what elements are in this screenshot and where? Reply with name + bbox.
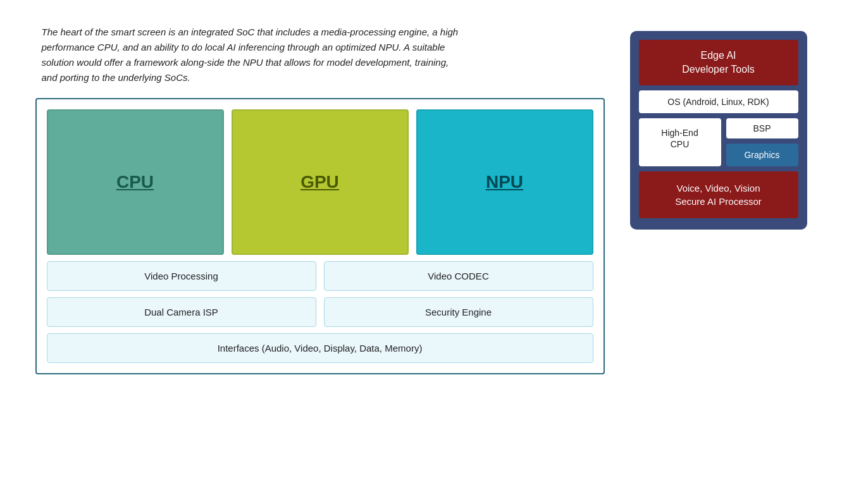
interfaces-row: Interfaces (Audio, Video, Display, Data,… bbox=[47, 333, 593, 363]
video-processing-box: Video Processing bbox=[47, 261, 316, 291]
bsp-box: BSP bbox=[726, 118, 798, 138]
gpu-box: GPU bbox=[232, 109, 409, 255]
soc-stack: Edge AI Developer Tools OS (Android, Lin… bbox=[630, 31, 807, 230]
description-text: The heart of the smart screen is an inte… bbox=[35, 25, 466, 85]
cpu-box: CPU bbox=[47, 109, 224, 255]
dual-camera-isp-box: Dual Camera ISP bbox=[47, 297, 316, 327]
high-end-cpu-box: High-End CPU bbox=[639, 118, 721, 166]
bsp-graphics-column: BSP Graphics bbox=[726, 118, 798, 166]
cpu-bsp-row: High-End CPU BSP Graphics bbox=[639, 118, 798, 166]
right-section: Edge AI Developer Tools OS (Android, Lin… bbox=[630, 31, 807, 230]
graphics-box: Graphics bbox=[726, 144, 798, 166]
main-container: The heart of the smart screen is an inte… bbox=[16, 12, 826, 493]
video-codec-box: Video CODEC bbox=[324, 261, 593, 291]
edge-ai-box: Edge AI Developer Tools bbox=[639, 40, 798, 86]
component-row-2: Dual Camera ISP Security Engine bbox=[47, 297, 593, 327]
component-row-1: Video Processing Video CODEC bbox=[47, 261, 593, 291]
ai-processor-box: Voice, Video, Vision Secure AI Processor bbox=[639, 171, 798, 218]
security-engine-box: Security Engine bbox=[324, 297, 593, 327]
npu-box: NPU bbox=[416, 109, 593, 255]
left-section: The heart of the smart screen is an inte… bbox=[35, 25, 605, 374]
soc-diagram: CPU GPU NPU Video Processing Video CODEC bbox=[35, 98, 605, 374]
processor-row: CPU GPU NPU bbox=[47, 109, 593, 255]
os-box: OS (Android, Linux, RDK) bbox=[639, 90, 798, 113]
